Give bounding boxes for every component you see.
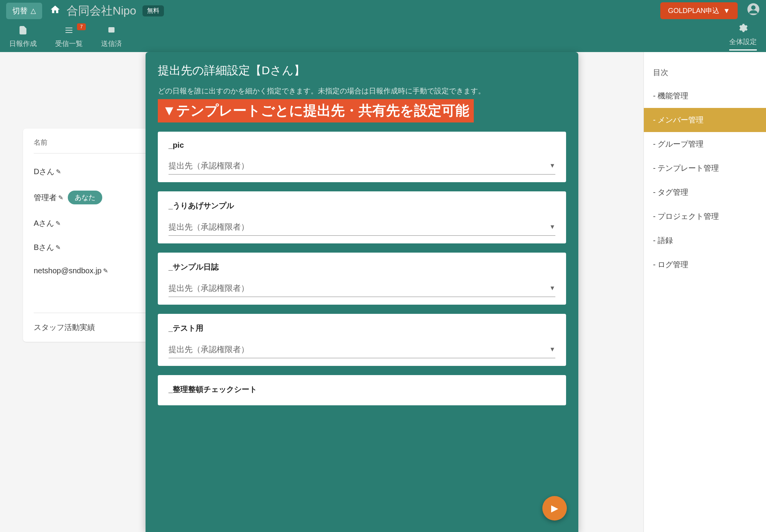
member-row[interactable]: netshop@sndbox.jp ✎ xyxy=(34,259,158,282)
template-card: _サンプル日誌 提出先（承認権限者） ▼ xyxy=(158,253,566,305)
template-name: _うりあげサンプル xyxy=(169,201,555,211)
company-name: 合同会社Nipo xyxy=(67,3,136,19)
create-icon xyxy=(18,26,28,38)
staff-activity-label: スタッフ活動実績 xyxy=(34,313,158,333)
recipient-select[interactable]: 提出先（承認権限者） ▼ xyxy=(169,157,555,175)
modal-description: どの日報を誰に出すのかを細かく指定できます。未指定の場合は日報作成時に手動で設定… xyxy=(158,86,566,96)
home-icon[interactable] xyxy=(50,4,61,18)
switch-label: 切替 xyxy=(12,6,28,16)
toc-item-tags[interactable]: - タグ管理 xyxy=(644,180,766,204)
settings-modal: 提出先の詳細設定【Dさん】 どの日報を誰に出すのかを細かく指定できます。未指定の… xyxy=(146,52,578,532)
member-row[interactable]: Dさん ✎ xyxy=(34,160,158,184)
list-icon xyxy=(64,26,74,38)
svg-point-1 xyxy=(751,5,755,10)
sent-icon xyxy=(107,26,116,38)
chevron-down-icon: ▼ xyxy=(549,224,555,230)
edit-icon[interactable]: ✎ xyxy=(56,220,61,227)
toc-sidebar: 目次 - 機能管理 - メンバー管理 - グループ管理 - テンプレート管理 -… xyxy=(643,52,766,532)
triangle-icon: △ xyxy=(31,7,36,15)
template-card: _整理整頓チェックシート xyxy=(158,375,566,405)
chevron-down-icon: ▼ xyxy=(549,285,555,292)
content-left: 名前 Dさん ✎ 管理者 ✎ あなた Aさん ✎ Bさん ✎ xyxy=(0,52,643,532)
nav-sent[interactable]: 送信済 xyxy=(101,26,122,48)
edit-icon[interactable]: ✎ xyxy=(103,267,108,274)
chevron-down-icon: ▼ xyxy=(723,7,730,15)
app-header: 切替 △ 合同会社Nipo 無料 GOLDPLAN申込 ▼ xyxy=(0,0,766,21)
member-list-header: 名前 xyxy=(34,138,158,153)
switch-button[interactable]: 切替 △ xyxy=(6,3,42,19)
gold-plan-button[interactable]: GOLDPLAN申込 ▼ xyxy=(660,2,738,19)
template-name: _整理整頓チェックシート xyxy=(169,384,555,395)
gear-icon xyxy=(738,23,748,36)
member-row[interactable]: 管理者 ✎ あなた xyxy=(34,184,158,211)
template-name: _pic xyxy=(169,141,555,150)
modal-banner: ▼テンプレートごとに提出先・共有先を設定可能 xyxy=(158,99,474,122)
toc-item-functions[interactable]: - 機能管理 xyxy=(644,84,766,108)
template-name: _サンプル日誌 xyxy=(169,262,555,272)
recipient-select[interactable]: 提出先（承認権限者） ▼ xyxy=(169,280,555,297)
edit-icon[interactable]: ✎ xyxy=(58,194,63,201)
account-icon[interactable] xyxy=(747,3,760,19)
nav-row: 日報作成 7 受信一覧 送信済 全体設定 xyxy=(0,21,766,52)
toc-item-glossary[interactable]: - 語録 xyxy=(644,228,766,253)
chevron-down-icon: ▼ xyxy=(549,346,555,353)
member-row[interactable]: Bさん ✎ xyxy=(34,235,158,259)
toc-item-projects[interactable]: - プロジェクト管理 xyxy=(644,204,766,228)
template-card: _うりあげサンプル 提出先（承認権限者） ▼ xyxy=(158,191,566,243)
chevron-down-icon: ▼ xyxy=(549,162,555,169)
you-badge: あなた xyxy=(68,191,102,204)
play-icon: ▶ xyxy=(551,503,558,514)
app-root: 切替 △ 合同会社Nipo 無料 GOLDPLAN申込 ▼ 日報作成 7 xyxy=(0,0,766,532)
template-name: _テスト用 xyxy=(169,323,555,333)
toc-item-groups[interactable]: - グループ管理 xyxy=(644,132,766,156)
svg-rect-2 xyxy=(108,27,115,33)
nav-settings[interactable]: 全体設定 xyxy=(729,23,757,51)
template-card: _pic 提出先（承認権限者） ▼ xyxy=(158,132,566,182)
recipient-select[interactable]: 提出先（承認権限者） ▼ xyxy=(169,219,555,236)
modal-title: 提出先の詳細設定【Dさん】 xyxy=(158,63,566,78)
nav-create-report[interactable]: 日報作成 xyxy=(9,26,37,48)
fab-button[interactable]: ▶ xyxy=(542,496,567,521)
toc-item-members[interactable]: - メンバー管理 xyxy=(644,108,766,132)
template-card: _テスト用 提出先（承認権限者） ▼ xyxy=(158,314,566,366)
recipient-select[interactable]: 提出先（承認権限者） ▼ xyxy=(169,341,555,358)
toc-item-logs[interactable]: - ログ管理 xyxy=(644,253,766,277)
member-row[interactable]: Aさん ✎ xyxy=(34,211,158,235)
edit-icon[interactable]: ✎ xyxy=(56,168,61,175)
free-badge: 無料 xyxy=(142,5,164,16)
toc-item-templates[interactable]: - テンプレート管理 xyxy=(644,156,766,180)
inbox-badge: 7 xyxy=(77,23,86,30)
main-content: 名前 Dさん ✎ 管理者 ✎ あなた Aさん ✎ Bさん ✎ xyxy=(0,52,766,532)
nav-inbox[interactable]: 7 受信一覧 xyxy=(55,26,83,48)
toc-title: 目次 xyxy=(644,61,766,84)
edit-icon[interactable]: ✎ xyxy=(56,244,61,251)
